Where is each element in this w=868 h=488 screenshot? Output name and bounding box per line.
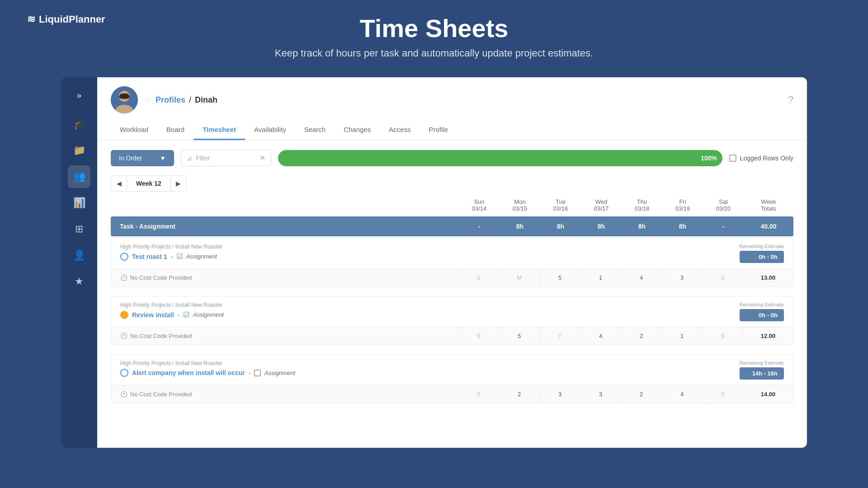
filter-icon: ⊿ [187, 155, 192, 162]
assignment-block-0: High Priority Projects / Install New Roa… [111, 238, 793, 287]
assignment-label-1: Assignment [193, 311, 224, 318]
assignment-header-row-1: High Priority Projects / Install New Roa… [111, 296, 793, 327]
task-summary-mon: 8h [500, 216, 540, 236]
cost-cell-2-4[interactable]: 2 [621, 385, 662, 403]
task-circle-icon-2 [120, 369, 128, 377]
grid-header-total: WeekTotals [744, 196, 793, 214]
cost-cell-1-1[interactable]: 5 [499, 327, 540, 345]
progress-bar-container: 100% [278, 150, 722, 166]
remaining-badge-2: 14h - 16h [740, 367, 784, 380]
dropdown-arrow-icon: ▼ [160, 155, 166, 162]
cost-cell-1-2: T [540, 327, 580, 345]
remaining-label-2: Remaining Estimate [740, 360, 784, 366]
cost-code-text-2: No Cost Code Provided [130, 391, 192, 398]
cost-cell-0-4[interactable]: 4 [621, 269, 662, 286]
tab-timesheet[interactable]: Timesheet [193, 120, 245, 140]
assignment-info-0: High Priority Projects / Install New Roa… [120, 244, 740, 261]
tab-availability[interactable]: Availability [245, 120, 295, 140]
cost-cell-0-2[interactable]: 5 [540, 269, 580, 286]
task-summary-wed: 8h [581, 216, 622, 236]
assignment-title-0: Test roast 1 - ☑ Assignment [120, 252, 740, 261]
cost-code-total-2: 14.00 [743, 385, 793, 403]
remaining-badge-0: 0h - 0h [740, 251, 784, 263]
sort-dropdown[interactable]: In Order ▼ [111, 150, 174, 166]
avatar [111, 86, 138, 113]
tab-changes[interactable]: Changes [335, 120, 380, 140]
timesheet-content: In Order ▼ ⊿ Filter ✕ 100% Logged Rows O… [97, 141, 807, 448]
tab-access[interactable]: Access [380, 120, 420, 140]
sidebar-item-projects[interactable]: 📁 [68, 139, 90, 162]
week-next-button[interactable]: ▶ [170, 175, 187, 192]
logged-rows-checkbox[interactable] [729, 155, 736, 162]
task-summary-tue: 8h [540, 216, 581, 236]
grid-header-thu: Thu03/18 [622, 196, 662, 214]
tab-profile[interactable]: Profile [420, 120, 458, 140]
sidebar-item-profile[interactable]: 👤 [68, 244, 90, 267]
task-link-0[interactable]: Test roast 1 [132, 253, 167, 260]
tab-workload[interactable]: Workload [111, 120, 157, 140]
logged-rows-label: Logged Rows Only [740, 155, 793, 162]
sidebar: » 🎓 📁 👥 📊 ⊞ 👤 ★ [61, 77, 97, 448]
tab-search[interactable]: Search [295, 120, 335, 140]
filter-clear-icon[interactable]: ✕ [259, 154, 265, 162]
page-subtitle: Keep track of hours per task and automat… [0, 47, 868, 59]
task-summary-thu: 8h [622, 216, 662, 236]
cost-cell-2-5[interactable]: 4 [662, 385, 703, 403]
task-summary-sun: - [459, 216, 500, 236]
sidebar-toggle[interactable]: » [72, 86, 86, 105]
logo: ≋ LiquidPlanner [27, 14, 105, 25]
help-icon[interactable]: ? [788, 94, 793, 106]
cost-cell-1-6: S [703, 327, 743, 345]
grid-header-mon: Mon03/15 [500, 196, 540, 214]
breadcrumb-profiles-link[interactable]: Profiles [156, 95, 185, 105]
page-title: Time Sheets [0, 14, 868, 43]
week-prev-button[interactable]: ◀ [111, 175, 127, 192]
dash-sep-2: - [249, 370, 250, 376]
sidebar-item-board[interactable]: ⊞ [68, 218, 90, 240]
assignment-checkbox-checked-icon: ☑ [176, 252, 183, 261]
filter-placeholder: Filter [196, 155, 256, 162]
content-area: ☆ Profiles / Dinah ? Workload Board Time… [97, 77, 807, 448]
cost-cell-2-2[interactable]: 3 [540, 385, 580, 403]
sidebar-item-learn[interactable]: 🎓 [68, 113, 90, 136]
assignment-path-1: High Priority Projects / Install New Roa… [120, 302, 740, 308]
cost-cell-1-3[interactable]: 4 [580, 327, 621, 345]
task-link-2[interactable]: Alert company when install will occur [132, 369, 245, 376]
tab-board[interactable]: Board [157, 120, 193, 140]
remaining-estimate-2: Remaining Estimate 14h - 16h [740, 360, 784, 380]
remaining-estimate-0: Remaining Estimate 0h - 0h [740, 244, 784, 263]
profile-nav: ☆ Profiles / Dinah [145, 95, 217, 105]
dash-sep-0: - [171, 253, 173, 260]
sidebar-item-reports[interactable]: 📊 [68, 192, 90, 214]
clock-icon-1: 🕐 [120, 333, 127, 339]
sidebar-item-favorites[interactable]: ★ [68, 270, 90, 293]
assignment-label-0: Assignment [186, 253, 217, 260]
favorite-star-icon[interactable]: ☆ [145, 95, 152, 105]
sort-dropdown-label: In Order [119, 155, 142, 162]
cost-cell-2-1[interactable]: 2 [499, 385, 540, 403]
assignment-info-2: High Priority Projects / Install New Roa… [120, 360, 740, 377]
cost-cell-0-3[interactable]: 1 [580, 269, 621, 286]
assignment-header-row-2: High Priority Projects / Install New Roa… [111, 355, 793, 385]
cost-cell-0-5[interactable]: 3 [662, 269, 703, 286]
cost-cell-2-3[interactable]: 3 [580, 385, 621, 403]
clock-icon-0: 🕐 [120, 274, 127, 281]
assignment-path-2: High Priority Projects / Install New Roa… [120, 360, 740, 366]
dash-sep-1: - [178, 311, 179, 318]
cost-cell-1-5[interactable]: 1 [662, 327, 703, 345]
task-link-1[interactable]: Review install [132, 311, 174, 319]
cost-cell-0-6: S [703, 269, 743, 286]
assignment-block-2: High Priority Projects / Install New Roa… [111, 354, 793, 404]
progress-bar-fill: 100% [278, 150, 722, 166]
logged-rows-only-toggle[interactable]: Logged Rows Only [729, 155, 793, 162]
sidebar-item-people[interactable]: 👥 [68, 165, 90, 188]
assignment-title-2: Alert company when install will occur - … [120, 369, 740, 377]
cost-cell-1-4[interactable]: 2 [621, 327, 662, 345]
cost-cell-1-0: S [458, 327, 499, 345]
cost-code-row-1: 🕐 No Cost Code Provided S5T421S 12.00 [111, 327, 793, 345]
assignment-checkbox-unchecked [254, 370, 261, 376]
profile-top: ☆ Profiles / Dinah ? [111, 86, 793, 113]
task-summary-row: Task - Assignment - 8h 8h 8h 8h 8h - 40.… [111, 216, 793, 236]
assignment-block-1: High Priority Projects / Install New Roa… [111, 296, 793, 345]
cost-code-total-1: 12.00 [743, 327, 793, 345]
